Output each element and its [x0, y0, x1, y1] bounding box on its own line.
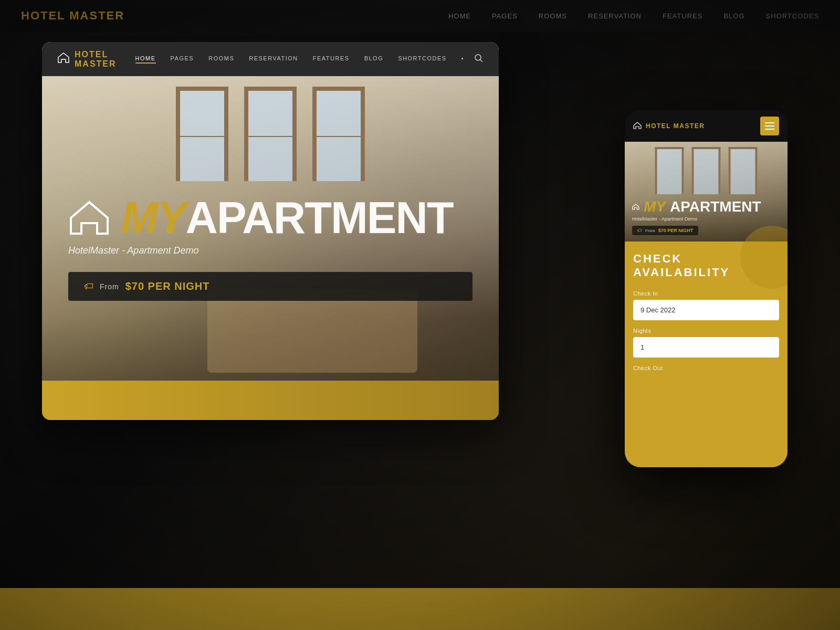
hero-subtitle: HotelMaster - Apartment Demo — [68, 245, 472, 256]
desktop-mockup: HOTEL MASTER HOME PAGES ROOMS RESERVATIO… — [42, 42, 499, 420]
nav-pages[interactable]: PAGES — [171, 55, 194, 64]
hamburger-line-3 — [765, 129, 774, 130]
hamburger-line-2 — [765, 125, 774, 127]
desktop-nav: HOTEL MASTER HOME PAGES ROOMS RESERVATIO… — [42, 42, 499, 76]
mobile-logo: HOTEL MASTER — [633, 122, 705, 131]
hero-title: MYAPARTMENT — [121, 195, 453, 240]
bg-bottom-bar — [0, 588, 840, 630]
home-icon — [58, 52, 69, 66]
nights-label: Nights — [633, 328, 779, 334]
search-icon[interactable] — [475, 54, 483, 65]
nav-features[interactable]: FEATURES — [313, 55, 350, 64]
mobile-tag-icon: 🏷 — [637, 228, 642, 233]
mobile-price-from: From — [645, 228, 655, 233]
mobile-price-amount: $70 PER NIGHT — [658, 228, 694, 233]
mobile-window-3 — [729, 147, 758, 194]
mobile-hero-subtitle: HotelMaster - Apartment Demo — [632, 216, 780, 222]
desktop-nav-links: HOME PAGES ROOMS RESERVATION FEATURES BL… — [135, 55, 464, 64]
nav-more[interactable]: • — [461, 55, 464, 64]
nights-input[interactable] — [633, 337, 779, 358]
hero-title-my: MY — [121, 193, 186, 243]
mobile-nav: HOTEL MASTER — [625, 110, 788, 142]
bg-logo-accent: MASTER — [69, 9, 124, 22]
desktop-logo-text: HOTEL MASTER — [75, 50, 135, 69]
mobile-title-my: MY — [644, 200, 666, 214]
nav-shortcodes[interactable]: SHORTCODES — [398, 55, 446, 64]
desktop-logo: HOTEL MASTER — [58, 50, 135, 69]
nav-reservation[interactable]: RESERVATION — [249, 55, 298, 64]
mobile-availability: CHECK AVAILABILITY Check In Nights Check… — [625, 242, 788, 467]
hamburger-button[interactable] — [760, 117, 779, 135]
mobile-mockup: HOTEL MASTER MYAPARTMENT HotelMaster - A… — [625, 110, 788, 467]
nav-blog[interactable]: BLOG — [364, 55, 384, 64]
bg-logo-text: HOTEL — [21, 9, 65, 22]
tag-icon: 🏷 — [84, 281, 93, 292]
hero-icon-title: MYAPARTMENT — [68, 195, 472, 240]
mobile-windows — [655, 147, 758, 194]
svg-line-1 — [480, 59, 483, 62]
mobile-logo-text: HOTEL MASTER — [646, 122, 705, 130]
hero-title-apartment: APARTMENT — [186, 193, 453, 243]
mobile-hero-title: MYAPARTMENT — [632, 200, 780, 214]
background-topbar: HOTEL MASTER HOME PAGES ROOMS RESERVATIO… — [0, 0, 840, 32]
check-in-label: Check In — [633, 290, 779, 297]
mobile-house-icon — [632, 204, 639, 210]
bg-logo: HOTEL MASTER — [21, 9, 124, 23]
price-amount: $70 PER NIGHT — [125, 280, 210, 292]
house-icon-large — [68, 200, 110, 236]
hero-price-tag: 🏷 From $70 PER NIGHT — [68, 272, 472, 301]
hamburger-line-1 — [765, 122, 774, 123]
hero-content: MYAPARTMENT HotelMaster - Apartment Demo… — [42, 76, 499, 420]
svg-point-0 — [475, 55, 481, 60]
availability-title: CHECK AVAILABILITY — [633, 252, 779, 280]
nav-rooms[interactable]: ROOMS — [208, 55, 234, 64]
mobile-title-apartment: APARTMENT — [670, 200, 761, 214]
price-from-label: From — [100, 282, 119, 291]
mobile-window-1 — [655, 147, 684, 194]
mobile-home-icon — [633, 122, 642, 131]
check-in-input[interactable] — [633, 300, 779, 320]
mobile-price-tag: 🏷 From $70 PER NIGHT — [632, 226, 698, 235]
nav-home[interactable]: HOME — [135, 55, 156, 64]
desktop-gold-bar — [42, 381, 499, 420]
check-out-label: Check Out — [633, 365, 779, 371]
bg-nav: HOME PAGES ROOMS RESERVATION FEATURES BL… — [448, 12, 819, 20]
mobile-window-2 — [692, 147, 721, 194]
desktop-hero: MYAPARTMENT HotelMaster - Apartment Demo… — [42, 76, 499, 420]
